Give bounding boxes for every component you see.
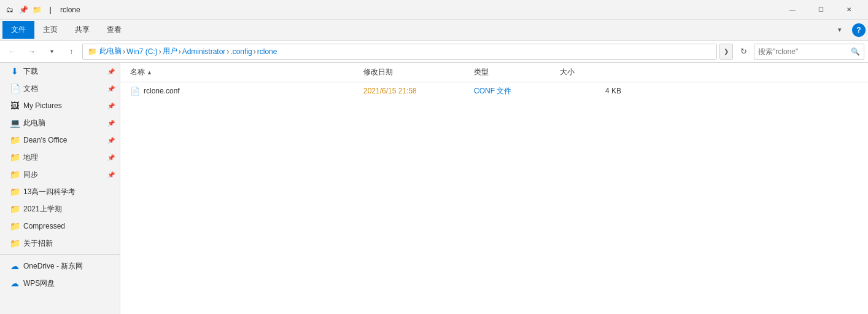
- sidebar-label-recruitment: 关于招新: [23, 238, 115, 249]
- address-path[interactable]: 📁 此电脑 › Win7 (C:) › 用户 › Administrator ›…: [82, 44, 717, 60]
- sidebar-item-geography[interactable]: 📁 地理 📌: [0, 149, 120, 166]
- my-pictures-icon: 🖼: [10, 101, 20, 111]
- title-separator: |: [45, 5, 55, 15]
- breadcrumb-win7c[interactable]: Win7 (C:): [126, 47, 158, 56]
- sidebar-item-my-pictures[interactable]: 🖼 My Pictures 📌: [0, 97, 120, 114]
- refresh-button[interactable]: ↻: [735, 44, 751, 60]
- tab-share[interactable]: 共享: [66, 21, 98, 39]
- file-list: 📄 rclone.conf 2021/6/15 21:58 CONF 文件 4 …: [120, 82, 868, 314]
- tab-view[interactable]: 查看: [98, 21, 130, 39]
- sidebar-item-this-pc[interactable]: 💻 此电脑 📌: [0, 114, 120, 131]
- file-cell-type: CONF 文件: [474, 86, 560, 96]
- year2021-icon: 📁: [10, 204, 20, 214]
- pin-icon-download: 📌: [107, 68, 115, 75]
- sidebar-item-year2021[interactable]: 📁 2021上学期: [0, 200, 120, 218]
- sidebar-label-download: 下载: [23, 66, 104, 77]
- sidebar-label-onedrive: OneDrive - 新东网: [23, 261, 115, 272]
- file-row-rclone-conf[interactable]: 📄 rclone.conf 2021/6/15 21:58 CONF 文件 4 …: [120, 82, 868, 100]
- pin-icon-geography: 📌: [107, 154, 115, 161]
- documents-icon: 📄: [10, 84, 20, 93]
- sidebar-item-deans-office[interactable]: 📁 Dean's Office 📌: [0, 131, 120, 149]
- sidebar-label-documents: 文档: [23, 84, 104, 94]
- geography-icon: 📁: [10, 152, 20, 162]
- tab-home[interactable]: 主页: [34, 21, 66, 39]
- sidebar-label-compressed: Compressed: [23, 222, 115, 230]
- maximize-button[interactable]: ☐: [807, 0, 835, 20]
- title-bar: 🗂 📌 📁 | rclone — ☐ ✕: [0, 0, 868, 20]
- col-header-type[interactable]: 类型: [474, 67, 560, 77]
- sidebar-item-sync[interactable]: 📁 同步 📌: [0, 166, 120, 183]
- tab-file[interactable]: 文件: [2, 21, 34, 39]
- help-button[interactable]: ?: [852, 23, 866, 37]
- grade13-icon: 📁: [10, 187, 20, 197]
- col-date-label: 修改日期: [363, 67, 393, 77]
- column-headers: 名称 ▲ 修改日期 类型 大小: [120, 63, 868, 82]
- main-layout: ⬇ 下载 📌 📄 文档 📌 🖼 My Pictures 📌 💻 此电脑 📌: [0, 63, 868, 314]
- pin-icon-this-pc: 📌: [107, 120, 115, 127]
- window-controls: — ☐ ✕: [778, 0, 863, 20]
- breadcrumb-config[interactable]: .config: [230, 47, 252, 56]
- sidebar-item-recruitment[interactable]: 📁 关于招新: [0, 235, 120, 252]
- sidebar-divider: [0, 254, 120, 255]
- sidebar: ⬇ 下载 📌 📄 文档 📌 🖼 My Pictures 📌 💻 此电脑 📌: [0, 63, 120, 314]
- breadcrumb-administrator[interactable]: Administrator: [182, 47, 226, 56]
- this-pc-icon: 💻: [10, 118, 20, 128]
- address-bar: ← → ▾ ↑ 📁 此电脑 › Win7 (C:) › 用户 › Adminis…: [0, 41, 868, 63]
- search-input[interactable]: [758, 47, 851, 56]
- ribbon-collapse-button[interactable]: ▾: [831, 22, 848, 39]
- col-header-name[interactable]: 名称 ▲: [130, 67, 363, 77]
- col-header-size[interactable]: 大小: [560, 67, 621, 77]
- recent-locations-button[interactable]: ▾: [43, 43, 60, 60]
- breadcrumb-rclone[interactable]: rclone: [257, 47, 277, 56]
- sidebar-item-grade13[interactable]: 📁 13高一四科学考: [0, 183, 120, 200]
- address-dropdown-button[interactable]: ❯: [719, 44, 733, 60]
- sidebar-label-this-pc: 此电脑: [23, 118, 104, 128]
- col-name-label: 名称: [130, 67, 145, 77]
- sync-icon: 📁: [10, 170, 20, 179]
- minimize-button[interactable]: —: [778, 0, 807, 20]
- search-icon: 🔍: [851, 47, 860, 56]
- sidebar-label-wps: WPS网盘: [23, 278, 115, 289]
- wps-icon: ☁: [10, 278, 20, 288]
- sidebar-label-deans-office: Dean's Office: [23, 136, 104, 144]
- pin-icon-deans-office: 📌: [107, 137, 115, 144]
- sidebar-item-onedrive[interactable]: ☁ OneDrive - 新东网: [0, 257, 120, 275]
- sidebar-label-geography: 地理: [23, 152, 104, 163]
- sidebar-scroll: ⬇ 下载 📌 📄 文档 📌 🖼 My Pictures 📌 💻 此电脑 📌: [0, 63, 120, 314]
- window-app-icon: 🗂: [5, 5, 15, 15]
- back-button[interactable]: ←: [4, 43, 21, 60]
- sidebar-item-compressed[interactable]: 📁 Compressed: [0, 218, 120, 235]
- sidebar-item-documents[interactable]: 📄 文档 📌: [0, 80, 120, 97]
- pin-icon-sync: 📌: [107, 171, 115, 178]
- file-icon-conf: 📄: [130, 86, 140, 96]
- deans-office-icon: 📁: [10, 135, 20, 145]
- recruitment-icon: 📁: [10, 238, 20, 248]
- folder-home-icon: 📁: [88, 47, 97, 56]
- compressed-icon: 📁: [10, 221, 20, 231]
- sidebar-label-grade13: 13高一四科学考: [23, 187, 115, 197]
- file-name-label: rclone.conf: [144, 87, 180, 95]
- download-icon: ⬇: [10, 66, 20, 76]
- up-button[interactable]: ↑: [63, 43, 80, 60]
- col-size-label: 大小: [560, 67, 575, 77]
- sort-arrow-name: ▲: [147, 69, 152, 76]
- file-cell-size: 4 KB: [560, 87, 621, 95]
- quick-access-icon[interactable]: 📌: [18, 5, 28, 15]
- folder-icon: 📁: [32, 5, 42, 15]
- close-button[interactable]: ✕: [835, 0, 863, 20]
- sidebar-item-download[interactable]: ⬇ 下载 📌: [0, 63, 120, 80]
- col-header-date[interactable]: 修改日期: [363, 67, 474, 77]
- onedrive-icon: ☁: [10, 261, 20, 271]
- breadcrumb-thispc[interactable]: 此电脑: [99, 46, 122, 57]
- window-title: rclone: [60, 6, 778, 14]
- sidebar-label-sync: 同步: [23, 170, 104, 180]
- search-box[interactable]: 🔍: [754, 44, 864, 60]
- sidebar-item-wps[interactable]: ☁ WPS网盘: [0, 275, 120, 292]
- forward-button[interactable]: →: [23, 43, 41, 60]
- content-area: 名称 ▲ 修改日期 类型 大小 📄 rclone.conf 2021/6/15 …: [120, 63, 868, 314]
- breadcrumb-users[interactable]: 用户: [163, 46, 177, 57]
- file-cell-date: 2021/6/15 21:58: [363, 87, 474, 95]
- ribbon: 文件 主页 共享 查看 ▾ ?: [0, 20, 868, 41]
- sidebar-label-year2021: 2021上学期: [23, 204, 115, 214]
- pin-icon-my-pictures: 📌: [107, 103, 115, 109]
